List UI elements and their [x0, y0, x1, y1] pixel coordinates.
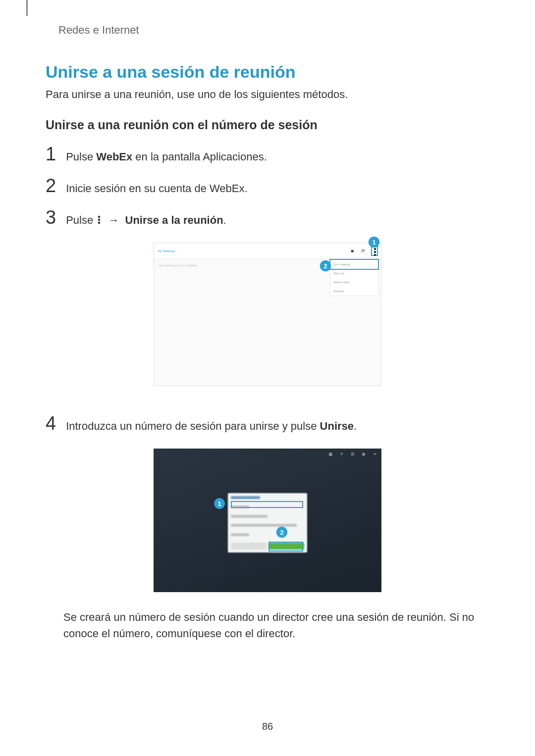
step-number: 1 — [46, 145, 56, 163]
step-text: Introduzca un número de sesión para unir… — [66, 420, 320, 432]
kebab-icon — [373, 248, 376, 254]
menu-item-join-meeting-highlight: Join meeting — [329, 259, 379, 270]
step-text: . — [223, 214, 226, 226]
dialog-line — [231, 524, 297, 527]
dialog-line — [231, 515, 268, 518]
arrow-icon: → — [105, 214, 122, 226]
step-bold: Unirse — [320, 420, 354, 432]
cancel-button — [231, 543, 267, 550]
page-title: Unirse a una sesión de reunión — [46, 62, 295, 82]
callout-2: 2 — [320, 260, 331, 271]
toolbar-icon: ⊞ — [351, 452, 355, 456]
toolbar-icon: ✕ — [340, 452, 344, 456]
refresh-icon: ⟳ — [360, 248, 366, 254]
dialog-line — [231, 496, 260, 499]
page-number: 86 — [0, 721, 535, 732]
dialog-line — [231, 533, 249, 536]
step-bold: Unirse a la reunión — [125, 214, 223, 226]
screenshot-meetings-list: My Meetings ■ ⟳ No meetings in next 4 we… — [154, 243, 381, 386]
step-text: Pulse — [66, 151, 96, 163]
step-3: 3 Pulse → Unirse a la reunión. — [46, 208, 226, 228]
titlebar: My Meetings ■ ⟳ — [154, 243, 381, 259]
square-icon: ■ — [349, 248, 355, 254]
kebab-icon — [97, 216, 101, 226]
chapter-label: Redes e Internet — [58, 24, 139, 37]
step-2: 2 Inicie sesión en su cuenta de WebEx. — [46, 176, 248, 197]
step-4: 4 Introduzca un número de sesión para un… — [46, 414, 357, 434]
step-1: 1 Pulse WebEx en la pantalla Aplicacione… — [46, 145, 267, 165]
toolbar-icon: ⇥ — [373, 452, 376, 456]
overflow-menu: Join meeting Sign out Watch video Settin… — [330, 260, 378, 296]
menu-item: Sign out — [330, 269, 378, 278]
call-toolbar: ▣ ✕ ⊞ ◉ ⇥ — [328, 452, 376, 456]
step-bold: WebEx — [96, 151, 132, 163]
menu-item: Settings — [330, 287, 378, 296]
callout-1: 1 — [214, 498, 225, 509]
intro-text: Para unirse a una reunión, use uno de lo… — [46, 88, 348, 101]
toolbar-icon: ◉ — [362, 452, 366, 456]
callout-2: 2 — [276, 527, 287, 538]
callout-1: 1 — [369, 237, 379, 248]
screenshot-join-dialog: ▣ ✕ ⊞ ◉ ⇥ — [154, 449, 381, 592]
step-4-note: Se creará un número de sesión cuando un … — [63, 609, 494, 642]
screen-title: My Meetings — [157, 250, 175, 252]
step-text: Inicie sesión en su cuenta de WebEx. — [66, 178, 247, 197]
step-number: 2 — [46, 176, 56, 195]
subheading: Unirse a una reunión con el número de se… — [46, 118, 318, 132]
session-number-field-highlight — [231, 501, 303, 508]
step-text: Pulse — [66, 214, 96, 226]
menu-item: Watch video — [330, 278, 378, 287]
step-number: 4 — [46, 414, 56, 433]
toolbar-icon: ▣ — [328, 452, 333, 456]
join-button-highlight — [268, 542, 303, 552]
step-text: en la pantalla Aplicaciones. — [132, 151, 267, 163]
step-number: 3 — [46, 208, 56, 227]
binding-bar — [26, 0, 28, 16]
step-text: . — [354, 420, 357, 432]
